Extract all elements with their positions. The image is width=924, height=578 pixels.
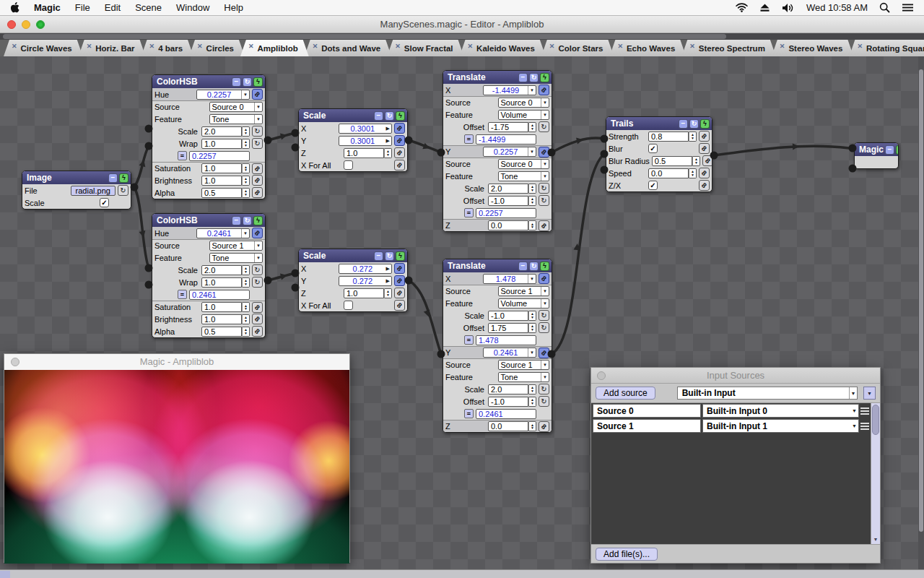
link-icon[interactable]: 8: [394, 160, 405, 171]
enable-bolt-icon[interactable]: ϟ: [540, 262, 549, 271]
node-magic-out[interactable]: Magic−ϟ: [854, 142, 899, 169]
checkbox[interactable]: ✓: [648, 144, 658, 153]
minimize-window-button[interactable]: [22, 20, 30, 29]
node-colorhsb-2[interactable]: ColorHSB−↻ϟHue0.2461▼8SourceSource 1▼Fea…: [152, 213, 266, 338]
equals-button[interactable]: =: [464, 208, 474, 217]
equals-button[interactable]: =: [178, 151, 187, 160]
param-value-field[interactable]: 0.2461▼: [196, 228, 250, 238]
link-icon[interactable]: 8: [394, 263, 405, 274]
link-icon[interactable]: 8: [252, 89, 263, 100]
dropdown-select[interactable]: Source 0▼: [498, 159, 550, 169]
cycle-icon[interactable]: ↻: [385, 251, 394, 261]
equals-button[interactable]: =: [178, 290, 187, 299]
tab-circle-waves[interactable]: ✕Circle Waves: [4, 40, 83, 56]
collapse-icon[interactable]: −: [374, 251, 383, 261]
enable-bolt-icon[interactable]: ϟ: [253, 77, 263, 87]
preview-titlebar[interactable]: Magic - Ampliblob: [4, 354, 349, 370]
stepper-arrows[interactable]: ▲▼: [242, 277, 250, 288]
cycle-icon[interactable]: ↻: [539, 195, 549, 206]
preview-close-button[interactable]: [11, 358, 19, 366]
stepper-arrows[interactable]: ▲▼: [528, 184, 536, 194]
cycle-icon[interactable]: ↻: [539, 310, 549, 321]
collapse-icon[interactable]: −: [518, 262, 528, 271]
cycle-icon[interactable]: ↻: [689, 119, 699, 129]
cycle-icon[interactable]: ↻: [252, 264, 263, 275]
input-sources-titlebar[interactable]: Input Sources: [591, 368, 880, 384]
number-field[interactable]: 1.0: [201, 163, 242, 173]
expand-right-icon[interactable]: ▶: [386, 126, 391, 131]
stepper-arrows[interactable]: ▲▼: [242, 327, 250, 337]
number-field[interactable]: 1.0: [201, 314, 242, 324]
tab-close-icon[interactable]: ✕: [197, 43, 203, 50]
tab-slow-fractal[interactable]: ✕Slow Fractal: [387, 40, 463, 56]
param-value-field[interactable]: 0.272▶: [339, 276, 392, 286]
stepper-arrows[interactable]: ▲▼: [384, 288, 392, 298]
cycle-icon[interactable]: ↻: [529, 262, 539, 271]
tab-close-icon[interactable]: ✕: [689, 43, 695, 50]
search-icon[interactable]: [879, 2, 890, 13]
number-field[interactable]: -1.0: [488, 196, 528, 206]
link-icon[interactable]: 8: [539, 273, 549, 284]
stepper-arrows[interactable]: ▲▼: [242, 314, 250, 324]
checkbox[interactable]: [344, 301, 353, 310]
number-field[interactable]: -1.75: [488, 122, 528, 132]
collapse-icon[interactable]: −: [232, 216, 241, 225]
stepper-arrows[interactable]: ▲▼: [528, 122, 536, 132]
link-icon[interactable]: 8: [699, 143, 710, 154]
number-field[interactable]: -1.0: [488, 397, 528, 407]
tab-close-icon[interactable]: ✕: [468, 43, 474, 50]
checkbox[interactable]: ✓: [648, 181, 658, 190]
number-field[interactable]: 1.0: [201, 139, 242, 149]
menu-item-edit[interactable]: Edit: [97, 0, 128, 16]
collapse-icon[interactable]: −: [885, 145, 894, 155]
dropdown-select[interactable]: Tone▼: [498, 372, 550, 382]
cycle-icon[interactable]: ↻: [252, 138, 263, 149]
dropdown-select[interactable]: Tone▼: [209, 253, 263, 263]
link-icon[interactable]: 8: [394, 275, 405, 286]
link-icon[interactable]: 8: [394, 135, 405, 146]
stepper-arrows[interactable]: ▲▼: [242, 176, 250, 186]
source-name-field[interactable]: Source 0: [593, 404, 701, 418]
dropdown-select[interactable]: Source 1▼: [209, 241, 263, 251]
enable-bolt-icon[interactable]: ϟ: [540, 73, 549, 82]
expand-right-icon[interactable]: ▶: [386, 138, 391, 144]
number-field[interactable]: 2.0: [488, 184, 528, 194]
enable-bolt-icon[interactable]: ϟ: [700, 119, 710, 129]
equals-button[interactable]: =: [464, 335, 474, 345]
menu-item-help[interactable]: Help: [217, 0, 250, 16]
dropdown-select[interactable]: Volume▼: [498, 298, 550, 309]
canvas-vscroll-thumb[interactable]: [919, 69, 923, 532]
builtin-input-dropdown[interactable]: Built-in Input ▼: [677, 387, 858, 400]
node-translate-2[interactable]: Translate−↻ϟX1.478▼8SourceSource 1▼Featu…: [443, 259, 552, 433]
tab-kaleido-waves[interactable]: ✕Kaleido Waves: [460, 40, 546, 56]
number-field[interactable]: 0.8: [648, 131, 689, 142]
input-type-dropdown-button[interactable]: ▼: [863, 387, 876, 400]
enable-bolt-icon[interactable]: ϟ: [253, 216, 263, 225]
source-name-field[interactable]: Source 1: [593, 419, 701, 433]
link-icon[interactable]: 8: [394, 123, 405, 134]
stepper-arrows[interactable]: ▲▼: [528, 220, 536, 230]
link-icon[interactable]: 8: [394, 300, 405, 311]
stepper-arrows[interactable]: ▲▼: [528, 311, 536, 321]
link-icon[interactable]: 8: [394, 288, 405, 298]
param-value-field[interactable]: 0.2257▼: [196, 90, 250, 100]
collapse-icon[interactable]: −: [679, 119, 688, 129]
dropdown-select[interactable]: Source 0▼: [498, 98, 550, 108]
stepper-arrows[interactable]: ▲▼: [528, 384, 536, 394]
menu-item-window[interactable]: Window: [169, 0, 217, 16]
param-value-field[interactable]: 0.3001▶: [339, 136, 392, 146]
node-trails[interactable]: Trails−↻ϟStrength0.8▲▼8Blur✓8Blur Radius…: [606, 116, 712, 192]
volume-icon[interactable]: [782, 3, 795, 13]
number-field[interactable]: 1.75: [488, 323, 528, 333]
link-icon[interactable]: 8: [252, 175, 263, 186]
source-input-dropdown[interactable]: Built-in Input 1▼: [702, 419, 859, 433]
stepper-arrows[interactable]: ▲▼: [242, 139, 250, 149]
tab-ampliblob[interactable]: ✕Ampliblob: [240, 40, 309, 56]
chevron-down-icon[interactable]: ▼: [528, 147, 536, 156]
source-list-scrollbar-thumb[interactable]: [872, 405, 879, 435]
cycle-icon[interactable]: ↻: [539, 384, 549, 394]
link-icon[interactable]: 8: [539, 147, 549, 158]
eject-icon[interactable]: [759, 3, 770, 12]
link-icon[interactable]: 8: [539, 348, 549, 358]
cycle-icon[interactable]: ↻: [539, 322, 549, 333]
